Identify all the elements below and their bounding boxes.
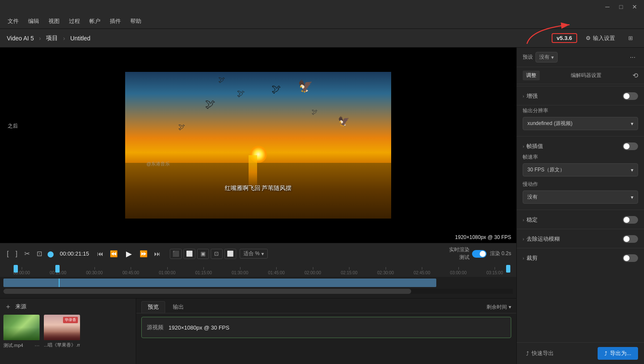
separator-1	[517, 86, 644, 86]
step-forward-button[interactable]: ⏩	[138, 248, 149, 259]
menu-view[interactable]: 视图	[44, 16, 64, 27]
thumb-more-button-1[interactable]: ···	[34, 342, 40, 349]
crop-toggle[interactable]	[623, 254, 638, 262]
view-fullscreen-button[interactable]: ⬜	[224, 249, 236, 259]
crop-chevron-icon: ›	[523, 256, 524, 261]
frame-interp-toggle[interactable]	[623, 142, 638, 150]
view-normal-button[interactable]: ⬛	[170, 249, 182, 259]
view-split-v-button[interactable]: ▣	[197, 249, 209, 259]
tab-preview[interactable]: 预览	[141, 301, 165, 313]
close-button[interactable]: ✕	[629, 1, 641, 13]
mark-out-button[interactable]: ]	[14, 249, 19, 259]
maximize-button[interactable]: □	[615, 1, 627, 13]
frame-rate-dropdown-row: 30 FPS（原文） ▾	[517, 163, 644, 181]
frame-interp-title[interactable]: › 帧插值	[523, 142, 543, 150]
separator-2	[517, 105, 644, 105]
go-to-start-button[interactable]: ⏮	[95, 248, 106, 259]
frame-rate-chevron-icon: ▾	[631, 167, 633, 173]
frame-rate-dropdown[interactable]: 30 FPS（原文） ▾	[523, 163, 638, 176]
bird-5: 🕊	[218, 76, 225, 84]
export-as-icon: ⤴	[604, 350, 607, 357]
stabilize-title[interactable]: › 稳定	[523, 216, 538, 224]
remove-grain-label: 去除运动模糊	[527, 235, 560, 243]
timeline-scroll-thumb[interactable]	[3, 289, 411, 294]
remove-grain-title[interactable]: › 去除运动模糊	[523, 235, 560, 243]
zoom-fit-button[interactable]: ⊡	[35, 249, 44, 259]
menu-account[interactable]: 帐户	[85, 16, 105, 27]
output-res-label: 输出分辨率	[517, 107, 644, 117]
menu-help[interactable]: 帮助	[126, 16, 146, 27]
version-badge[interactable]: v5.3.6	[552, 33, 577, 43]
view-split-h-button[interactable]: ⬜	[183, 249, 195, 259]
preset-select[interactable]: 没有 ▾	[535, 52, 558, 63]
playhead-marker-1	[14, 265, 18, 273]
remove-grain-section-header: › 去除运动模糊	[517, 231, 644, 246]
source-header: ＋ 来源	[3, 302, 132, 311]
video-preview[interactable]: 之后 🕊 🦅 🕊 🕊 🕊 🕊 🦅 🕊 @东港音乐 红嘴雁啊飞回	[0, 48, 516, 243]
slow-motion-value: 没有	[527, 193, 538, 201]
thumb-preview-2[interactable]: 华录香	[44, 315, 80, 340]
enhance-section-header: › 增强	[517, 88, 644, 103]
ruler-mark-9: 02:15:00	[331, 270, 368, 275]
output-res-dropdown[interactable]: xundefined (源视频) ▾	[523, 117, 638, 130]
stabilize-toggle[interactable]	[623, 216, 638, 224]
timeline-clip[interactable]	[3, 279, 436, 287]
panel-icon: ⊞	[628, 35, 633, 41]
view-buttons: ⬛ ⬜ ▣ ⊡ ⬜	[170, 249, 236, 259]
tab-output[interactable]: 输出	[167, 301, 190, 313]
menubar: 文件 编辑 视图 过程 帐户 插件 帮助	[0, 14, 644, 29]
enhance-title[interactable]: › 增强	[523, 92, 538, 100]
timeline-scrollbar[interactable]	[3, 289, 513, 294]
trim-button[interactable]: ✂	[23, 249, 31, 259]
playhead-marker-2	[55, 265, 60, 273]
minimize-button[interactable]: ─	[601, 1, 613, 13]
decode-settings-button[interactable]: 编解码器设置	[571, 72, 601, 79]
menu-file[interactable]: 文件	[3, 16, 23, 27]
toggle-knob	[480, 251, 486, 257]
time-display: 00:00:21:15	[57, 250, 92, 257]
realtime-sublabel: 测试	[459, 254, 469, 261]
menu-plugins[interactable]: 插件	[106, 16, 125, 27]
video-watermark: @东港音乐	[146, 161, 170, 167]
playhead-line	[59, 279, 60, 287]
export-bar: ⤴ 快速导出 ⤴ 导出为...	[517, 342, 644, 364]
breadcrumb-current[interactable]: Untitled	[70, 35, 90, 42]
ruler-mark-5: 01:15:00	[186, 270, 222, 275]
adjust-tab[interactable]: 调整	[523, 71, 540, 80]
settings-button[interactable]: ⚙ 输入设置	[582, 33, 618, 44]
thumb-item-2: 华录香 ...唱《苹果香》.mp4 ...	[44, 315, 80, 349]
ruler-mark-0: 00:00:00	[3, 270, 40, 275]
menu-process[interactable]: 过程	[65, 16, 84, 27]
thumb-preview-1[interactable]	[3, 315, 40, 340]
preset-value: 没有	[539, 54, 550, 61]
crop-title[interactable]: › 裁剪	[523, 254, 538, 262]
realtime-toggle[interactable]	[472, 250, 487, 258]
playback-bar: [ ] ✂ ⊡ ⬤ 00:00:21:15 ⏮ ⏪ ▶ ⏩ ⏭ ⬛ ⬜ ▣ ⊡ …	[0, 243, 516, 264]
preview-content: 源视频 1920×1080px @ 30 FPS	[136, 313, 516, 364]
thumb-badge: 华录香	[63, 317, 78, 323]
slow-motion-dropdown[interactable]: 没有 ▾	[523, 191, 638, 204]
breadcrumb-project[interactable]: 项目	[46, 34, 58, 42]
quick-export-button[interactable]: ⤴ 快速导出	[523, 348, 557, 359]
view-compare-button[interactable]: ⊡	[211, 249, 223, 259]
timeline-track[interactable]	[3, 279, 513, 287]
menu-edit[interactable]: 编辑	[24, 16, 43, 27]
bird-1: 🕊	[272, 84, 281, 95]
slow-motion-label: 慢动作	[517, 181, 644, 191]
go-to-end-button[interactable]: ⏭	[152, 248, 163, 259]
add-source-button[interactable]: ＋	[3, 302, 13, 311]
fit-zoom-button[interactable]: 适合 % ▾	[240, 249, 268, 259]
step-back-button[interactable]: ⏪	[109, 248, 120, 259]
ruler-mark-12: 03:00:00	[440, 270, 477, 275]
remaining-time-button[interactable]: 剩余时间 ▾	[487, 304, 511, 311]
export-as-button[interactable]: ⤴ 导出为...	[598, 347, 638, 360]
timeline-area[interactable]: 00:00:00 00:15:00 00:30:00 00:45:00 01:0…	[0, 264, 516, 298]
remove-grain-toggle[interactable]	[623, 235, 638, 243]
play-pause-button[interactable]: ▶	[122, 247, 136, 261]
remaining-chevron-icon: ▾	[509, 304, 511, 310]
mark-in-button[interactable]: [	[5, 249, 10, 259]
panel-toggle-button[interactable]: ⊞	[624, 32, 637, 44]
transform-button[interactable]: ⟲	[633, 71, 638, 80]
enhance-toggle[interactable]	[623, 92, 638, 100]
more-options-button[interactable]: ···	[627, 53, 638, 62]
